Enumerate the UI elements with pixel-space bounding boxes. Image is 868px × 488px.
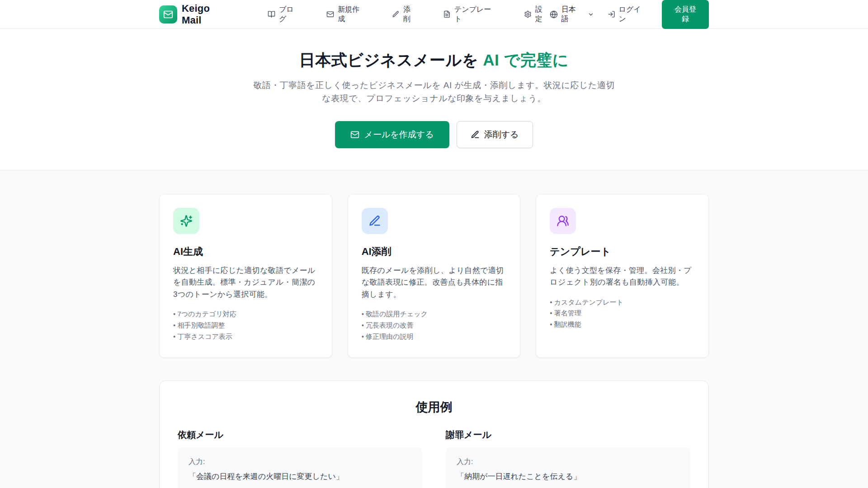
feature-card-templates: テンプレート よく使う文型を保存・管理。会社別・プロジェクト別の署名も自動挿入可… <box>536 194 709 358</box>
proofread-button[interactable]: 添削する <box>457 121 533 148</box>
feature-bullet: 署名管理 <box>550 308 695 319</box>
nav-item-new-mail[interactable]: 新規作成 <box>326 5 367 24</box>
language-label: 日本語 <box>561 5 583 24</box>
nav-item-blog[interactable]: ブログ <box>268 5 301 24</box>
brand-name: Keigo Mail <box>182 3 232 26</box>
feature-title: AI添削 <box>362 245 507 258</box>
input-text: 「納期が一日遅れたことを伝える」 <box>457 471 679 482</box>
pen-line-icon <box>362 208 388 234</box>
pen-icon <box>471 130 480 139</box>
usage-examples-card: 使用例 依頼メール 入力: 「会議の日程を来週の火曜日に変更したい」 AI出力:… <box>159 380 709 488</box>
feature-bullet: 冗長表現の改善 <box>362 320 507 331</box>
nav-item-proofread[interactable]: 添削 <box>392 5 418 24</box>
signup-button[interactable]: 会員登録 <box>662 0 709 29</box>
feature-bullet: 修正理由の説明 <box>362 331 507 343</box>
file-text-icon <box>443 10 451 18</box>
example-request-mail: 依頼メール 入力: 「会議の日程を来週の火曜日に変更したい」 AI出力: 件名:… <box>178 429 422 488</box>
globe-icon <box>550 10 558 19</box>
create-mail-button[interactable]: メールを作成する <box>335 121 449 148</box>
example-apology-mail: 謝罪メール 入力: 「納期が一日遅れたことを伝える」 AI出力: 件名: 納期遅… <box>446 429 690 488</box>
nav-item-label: 新規作成 <box>338 5 367 24</box>
login-link[interactable]: ログイン <box>608 5 648 24</box>
feature-bullet: 相手別敬語調整 <box>173 320 318 331</box>
book-open-icon <box>268 10 275 18</box>
examples-title: 使用例 <box>178 399 690 415</box>
nav-item-label: ブログ <box>279 5 301 24</box>
feature-description: 状況と相手に応じた適切な敬語でメールを自動生成。標準・カジュアル・簡潔の3つのト… <box>173 265 318 300</box>
example-box: 入力: 「会議の日程を来週の火曜日に変更したい」 AI出力: 件名: 会議日程変… <box>178 447 422 488</box>
mail-logo-icon <box>159 5 177 23</box>
nav-item-label: テンプレート <box>454 5 499 24</box>
input-label: 入力: <box>189 457 411 467</box>
nav-item-settings[interactable]: 設定 <box>524 5 550 24</box>
input-label: 入力: <box>457 457 679 467</box>
feature-title: テンプレート <box>550 245 695 258</box>
nav-item-label: 設定 <box>535 5 550 24</box>
brand-logo[interactable]: Keigo Mail <box>159 3 232 26</box>
hero-subtitle: 敬語・丁寧語を正しく使ったビジネスメールを AI が生成・添削します。状況に応じ… <box>253 79 615 105</box>
gear-icon <box>524 10 532 18</box>
login-label: ログイン <box>619 5 648 24</box>
feature-bullet-list: 敬語の誤用チェック 冗長表現の改善 修正理由の説明 <box>362 309 507 342</box>
nav-item-templates[interactable]: テンプレート <box>443 5 499 24</box>
hero-cta-group: メールを作成する 添削する <box>0 121 868 148</box>
feature-bullet: 敬語の誤用チェック <box>362 309 507 320</box>
chevron-down-icon <box>588 11 594 18</box>
example-title: 謝罪メール <box>446 429 690 441</box>
hero-title: 日本式ビジネスメールを AI で完璧に <box>0 50 868 71</box>
log-in-icon <box>608 10 615 18</box>
sparkles-icon <box>173 208 199 234</box>
main-nav: ブログ 新規作成 添削 テンプレート <box>268 5 550 24</box>
hero-title-prefix: 日本式ビジネスメールを <box>299 51 483 69</box>
top-navbar: Keigo Mail ブログ 新規作成 添削 <box>0 0 868 29</box>
content-area: AI生成 状況と相手に応じた適切な敬語でメールを自動生成。標準・カジュアル・簡潔… <box>0 170 868 488</box>
feature-bullet: 7つのカテゴリ対応 <box>173 309 318 320</box>
feature-card-ai-proofreading: AI添削 既存のメールを添削し、より自然で適切な敬語表現に修正。改善点も具体的に… <box>348 194 521 358</box>
nav-item-label: 添削 <box>403 5 418 24</box>
feature-description: 既存のメールを添削し、より自然で適切な敬語表現に修正。改善点も具体的に指摘します… <box>362 265 507 300</box>
feature-bullet: 翻訳機能 <box>550 319 695 330</box>
input-text: 「会議の日程を来週の火曜日に変更したい」 <box>189 471 411 482</box>
feature-bullet: カスタムテンプレート <box>550 297 695 308</box>
feature-bullet-list: カスタムテンプレート 署名管理 翻訳機能 <box>550 297 695 330</box>
mail-icon <box>350 130 359 139</box>
language-selector[interactable]: 日本語 <box>550 5 594 24</box>
proofread-label: 添削する <box>484 129 519 141</box>
users-icon <box>550 208 576 234</box>
pen-icon <box>392 10 400 18</box>
example-title: 依頼メール <box>178 429 422 441</box>
hero-title-highlight: AI で完璧に <box>483 51 569 69</box>
feature-bullet: 丁寧さスコア表示 <box>173 331 318 343</box>
examples-grid: 依頼メール 入力: 「会議の日程を来週の火曜日に変更したい」 AI出力: 件名:… <box>178 429 690 488</box>
feature-cards: AI生成 状況と相手に応じた適切な敬語でメールを自動生成。標準・カジュアル・簡潔… <box>159 194 709 358</box>
mail-icon <box>326 10 334 18</box>
feature-title: AI生成 <box>173 245 318 258</box>
feature-bullet-list: 7つのカテゴリ対応 相手別敬語調整 丁寧さスコア表示 <box>173 309 318 342</box>
example-box: 入力: 「納期が一日遅れたことを伝える」 AI出力: 件名: 納期遅延のお詫び<… <box>446 447 690 488</box>
feature-description: よく使う文型を保存・管理。会社別・プロジェクト別の署名も自動挿入可能。 <box>550 265 695 289</box>
create-mail-label: メールを作成する <box>364 129 434 141</box>
feature-card-ai-generation: AI生成 状況と相手に応じた適切な敬語でメールを自動生成。標準・カジュアル・簡潔… <box>159 194 332 358</box>
hero-section: 日本式ビジネスメールを AI で完璧に 敬語・丁寧語を正しく使ったビジネスメール… <box>0 29 868 170</box>
